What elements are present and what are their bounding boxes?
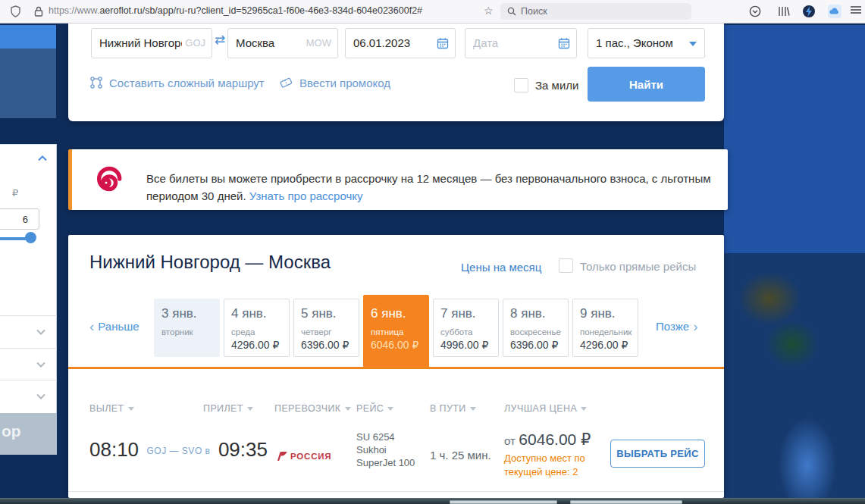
miles-checkbox[interactable]	[514, 78, 528, 92]
carrier-logo: РОССИЯ	[277, 451, 331, 462]
destination-field[interactable]: Москва MOW	[227, 28, 338, 58]
date-tab[interactable]: 3 янв. вторник	[154, 299, 220, 357]
url-scheme: https://www.	[49, 5, 99, 16]
route-icon	[89, 76, 103, 89]
browser-toolbar: https://www.aeroflot.ru/sb/app/ru-ru?cli…	[0, 0, 865, 23]
pocket-icon[interactable]	[749, 5, 761, 17]
browser-search-field[interactable]: Поиск	[500, 3, 691, 20]
later-dates-button[interactable]: Позже ›	[656, 320, 698, 333]
tab-price: 6396.00 ₽	[301, 339, 359, 351]
column-header-carrier[interactable]: ПЕРЕВОЗЧИК	[274, 403, 351, 414]
passengers-select[interactable]: 1 пас., Эконом	[588, 28, 705, 58]
search-icon	[507, 7, 516, 16]
tab-date: 6 янв.	[371, 306, 428, 321]
date-tab[interactable]: 8 янв. воскресенье 6396.00 ₽	[503, 299, 569, 357]
search-form-card: Нижний Новгород GOJ ⇄ Москва MOW 06.01.2…	[68, 23, 724, 121]
tab-date: 8 янв.	[510, 306, 568, 321]
flight-times: 08:10 GOJ — SVO в 09:35	[89, 438, 268, 462]
installment-info-link[interactable]: Узнать про рассрочку	[249, 189, 363, 202]
earlier-label: Раньше	[98, 320, 139, 333]
flight-details: SU 6254 Sukhoi SuperJet 100	[356, 430, 415, 469]
filter-chevron-down-icon[interactable]	[36, 329, 45, 335]
taskbar-button[interactable]	[450, 500, 557, 504]
route-codes: GOJ — SVO в	[147, 446, 211, 456]
tab-weekday: суббота	[440, 327, 498, 337]
select-flight-button[interactable]: ВЫБРАТЬ РЕЙС	[610, 440, 705, 468]
carrier-name: РОССИЯ	[290, 452, 331, 461]
date-tab[interactable]: 4 янв. среда 4296.00 ₽	[224, 299, 290, 357]
chevron-right-icon: ›	[693, 321, 697, 332]
promo-code-link[interactable]: Ввести промокод	[279, 76, 390, 89]
month-prices-link[interactable]: Цены на месяц	[461, 261, 541, 274]
column-header-flight[interactable]: РЕЙС	[356, 403, 393, 414]
tab-price: 4996.00 ₽	[440, 339, 498, 351]
tab-price: 6396.00 ₽	[510, 339, 568, 351]
date-tab-selected[interactable]: 6 янв. пятница 6046.00 ₽	[363, 295, 429, 369]
lock-icon[interactable]	[34, 6, 43, 17]
price-max-input[interactable]: 6	[0, 208, 39, 230]
return-date-placeholder: Дата	[473, 36, 498, 49]
promo-text: Все билеты вы можете приобрести в рассро…	[146, 170, 716, 205]
tab-date: 3 янв.	[161, 306, 219, 321]
promo-ticket-icon	[279, 76, 293, 89]
column-header-arrive[interactable]: ПРИЛЕТ	[203, 403, 253, 414]
shield-icon[interactable]	[10, 5, 21, 17]
date-tab[interactable]: 5 янв. четверг 6396.00 ₽	[293, 299, 359, 357]
tab-weekday: среда	[231, 327, 289, 337]
filter-chevron-down-icon[interactable]	[36, 362, 45, 368]
tab-price: 4296.00 ₽	[231, 339, 289, 351]
tab-price: 4296.00 ₽	[580, 339, 638, 351]
return-date-field[interactable]: Дата	[465, 28, 577, 58]
earlier-dates-button[interactable]: ‹ Раньше	[89, 320, 139, 333]
arrive-time: 09:35	[218, 438, 268, 461]
miles-label: За мили	[535, 79, 578, 92]
chevron-down-icon	[689, 42, 697, 46]
price-slider-handle[interactable]	[25, 232, 36, 243]
origin-field[interactable]: Нижний Новгород GOJ	[91, 28, 212, 58]
aircraft-line2: SuperJet 100	[356, 456, 415, 469]
background-photo	[724, 253, 865, 504]
complex-route-link[interactable]: Составить сложный маршрут	[89, 76, 265, 89]
direct-only-checkbox[interactable]	[559, 258, 573, 273]
sidebar-footer[interactable]: ор	[0, 413, 57, 455]
aircraft-line1: Sukhoi	[356, 443, 415, 456]
tab-date: 7 янв.	[440, 306, 498, 321]
collapse-chevron-up-icon[interactable]	[38, 155, 47, 161]
date-tabs: 3 янв. вторник 4 янв. среда 4296.00 ₽ 5 …	[154, 295, 642, 369]
cloud-icon[interactable]	[828, 5, 841, 18]
menu-icon[interactable]	[851, 5, 861, 14]
extension-bolt-icon[interactable]	[802, 5, 816, 18]
page-background: ₽ 6 ор Нижний Новгород GOJ	[0, 23, 865, 504]
depart-date-field[interactable]: 06.01.2023	[345, 28, 456, 58]
direct-only-label: Только прямые рейсы	[580, 260, 696, 273]
library-icon[interactable]	[778, 5, 790, 17]
sort-caret-icon	[247, 407, 253, 411]
filter-chevron-down-icon[interactable]	[36, 393, 45, 399]
price-currency-label: ₽	[12, 187, 18, 199]
route-title: Нижний Новгород — Москва	[89, 252, 331, 273]
destination-value: Москва	[236, 36, 274, 49]
taskbar-button[interactable]	[570, 500, 682, 504]
complex-route-label: Составить сложный маршрут	[109, 77, 265, 89]
promo-message: Все билеты вы можете приобрести в рассро…	[146, 172, 711, 202]
price-value: 6046.00 ₽	[519, 430, 591, 448]
tab-weekday: четверг	[301, 327, 359, 337]
column-header-depart[interactable]: ВЫЛЕТ	[89, 403, 134, 414]
column-header-best-price[interactable]: ЛУЧШАЯ ЦЕНА	[504, 403, 587, 414]
column-header-duration[interactable]: В ПУТИ	[430, 403, 476, 414]
background-block-mid	[0, 49, 56, 118]
rossiya-flag-icon	[277, 451, 287, 462]
flight-duration: 1 ч. 25 мин.	[430, 449, 491, 462]
bookmark-star-icon[interactable]: ☆	[484, 5, 494, 17]
sort-caret-icon	[387, 407, 393, 411]
search-button[interactable]: Найти	[588, 67, 705, 102]
date-tab[interactable]: 7 янв. суббота 4996.00 ₽	[433, 299, 499, 357]
sidebar-footer-text: ор	[2, 422, 21, 440]
url-bar[interactable]: https://www.aeroflot.ru/sb/app/ru-ru?cli…	[49, 5, 422, 16]
tab-price: 6046.00 ₽	[371, 339, 428, 351]
tab-weekday: воскресенье	[510, 327, 568, 337]
availability-note: Доступно мест по текущей цене: 2	[504, 452, 614, 478]
swap-cities-icon[interactable]: ⇄	[215, 33, 225, 46]
date-tab[interactable]: 9 янв. понедельник 4296.00 ₽	[572, 299, 638, 357]
screen: https://www.aeroflot.ru/sb/app/ru-ru?cli…	[0, 0, 865, 504]
